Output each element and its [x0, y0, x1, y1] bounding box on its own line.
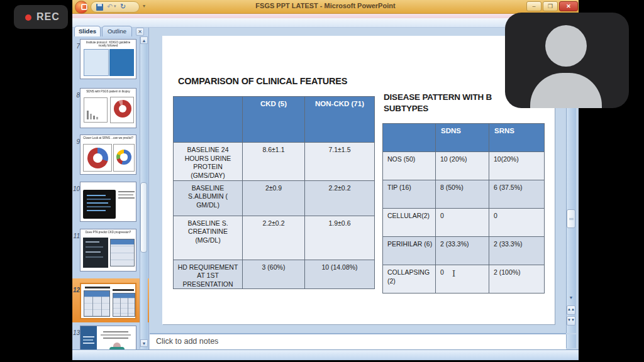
- data-cell: 2.2±0.2: [305, 180, 375, 216]
- column-header: [383, 124, 436, 152]
- mini-table-clinical: [84, 290, 110, 317]
- data-cell: 8.6±1.1: [243, 143, 305, 181]
- thumbnail-title: SDNS with FSGS pattern in biopsy: [83, 90, 133, 93]
- mini-donut-multi: [116, 150, 131, 165]
- mini-text-line: [103, 337, 128, 339]
- slide-thumbnail-12-current[interactable]: [80, 283, 136, 319]
- ribbon-collapsed: [72, 18, 579, 28]
- column-header: [174, 97, 243, 143]
- row-label: BASELINE S. CREATININE (MG/DL): [174, 216, 243, 260]
- data-cell: 0: [489, 209, 545, 237]
- redo-icon[interactable]: ↻: [120, 2, 126, 11]
- slide-thumbnail-7[interactable]: Institute protocol : KDIGO guideline mos…: [80, 39, 136, 79]
- panel-close-icon[interactable]: ✕: [136, 28, 144, 36]
- thumbnail-number: 12: [72, 287, 80, 293]
- title-bar[interactable]: FSGS PPT LATEST - Microsoft PowerPoint ↶…: [72, 0, 579, 14]
- mini-donut-frame: [113, 144, 135, 172]
- data-cell: 10(20%): [489, 152, 545, 180]
- mini-dark-table: [83, 238, 108, 268]
- recording-badge: REC: [14, 5, 68, 29]
- mini-blue-table: [110, 239, 135, 266]
- data-cell: 2 (33.3%): [436, 237, 489, 265]
- restore-button[interactable]: ❐: [543, 1, 558, 11]
- slide-thumbnail-8[interactable]: SDNS with FSGS pattern in biopsy: [80, 88, 136, 128]
- office-logo-icon: [81, 4, 87, 10]
- undo-dropdown-icon[interactable]: ▾: [114, 4, 116, 9]
- data-cell: 2.2±0.2: [243, 216, 305, 260]
- data-cell: 2 (100%): [489, 265, 545, 293]
- column-header: CKD (5): [243, 97, 305, 143]
- mini-blue-band: [80, 326, 97, 349]
- mini-table-pattern: [113, 293, 135, 317]
- mini-table-left: [84, 49, 109, 76]
- person-silhouette-head: [545, 25, 587, 67]
- scroll-down-icon[interactable]: ▼: [140, 339, 148, 347]
- notes-scrollbar[interactable]: [566, 334, 576, 348]
- record-dot-icon: [25, 14, 31, 21]
- tab-outline[interactable]: Outline: [102, 26, 132, 36]
- mini-title-line: [85, 287, 110, 288]
- row-label: TIP (16): [383, 180, 436, 209]
- mini-donut-frame: [110, 97, 134, 123]
- thumbnail-number: 8: [72, 92, 80, 99]
- thumbnail-number: 7: [72, 43, 80, 50]
- row-label: BASELINE S.ALBUMIN ( GM/DL): [174, 180, 243, 216]
- slide-thumbnail-11[interactable]: Does PTA predict CKD progression?: [80, 229, 136, 272]
- mini-title-line: [113, 289, 134, 291]
- data-cell: 10 (14.08%): [305, 260, 375, 289]
- mini-donut-red: [114, 100, 131, 118]
- mini-donut-red-blue: [87, 148, 108, 168]
- mini-text-line: [118, 194, 133, 195]
- thumbnail-number: 10: [72, 185, 80, 192]
- minimize-button[interactable]: –: [526, 1, 541, 11]
- mini-table-right: [109, 49, 134, 76]
- recording-label: REC: [36, 11, 60, 23]
- status-bar: Slide 12 of 16 "Office Theme" English (I…: [72, 349, 579, 360]
- slide-title-clinical[interactable]: COMPARISON OF CLINICAL FEATURES: [178, 76, 347, 86]
- data-cell: 7.1±1.5: [305, 143, 375, 181]
- row-label: PERIHILAR (6): [383, 237, 436, 265]
- table-row: BASELINE 24 HOURS URINE PROTEIN (GMS/DAY…: [174, 143, 375, 181]
- disease-pattern-table[interactable]: SDNSSRNSNOS (50)10 (20%)10(20%)TIP (16)8…: [382, 123, 545, 293]
- data-cell: 2 (33.3%): [489, 237, 545, 265]
- slides-panel: Slides Outline ✕ 7 Institute protocol : …: [72, 28, 149, 349]
- customize-toolbar-icon[interactable]: ▾: [143, 3, 145, 9]
- data-cell: 0: [436, 265, 489, 293]
- data-cell: 10 (20%): [436, 152, 489, 180]
- person-silhouette-body: [530, 73, 602, 108]
- next-slide-button[interactable]: ▼▼: [567, 316, 575, 326]
- row-label: BASELINE 24 HOURS URINE PROTEIN (GMS/DAY…: [174, 143, 243, 181]
- scroll-down-icon[interactable]: ▼: [567, 294, 575, 302]
- data-cell: 3 (60%): [243, 260, 305, 289]
- header-row: SDNSSRNS: [383, 124, 545, 152]
- mini-text-line: [118, 191, 135, 192]
- column-header: SRNS: [489, 124, 545, 152]
- clinical-features-table[interactable]: CKD (5)NON-CKD (71)BASELINE 24 HOURS URI…: [173, 96, 375, 289]
- editor-scrollbar-thumb[interactable]: [567, 209, 575, 228]
- slide-thumbnail-10[interactable]: [80, 182, 136, 222]
- row-label: HD REQUIREMENT AT 1ST PRESENTATION: [174, 260, 243, 289]
- mini-text-line: [118, 197, 135, 199]
- close-button[interactable]: ✕: [559, 1, 578, 11]
- table-row: NOS (50)10 (20%)10(20%): [383, 152, 545, 180]
- ribbon-strip: [72, 14, 579, 18]
- row-label: CELLULAR(2): [383, 209, 436, 237]
- scroll-up-icon[interactable]: ▲: [140, 36, 148, 44]
- text-cursor-icon: I: [452, 270, 458, 278]
- undo-icon[interactable]: ↶: [107, 2, 113, 11]
- slide-thumbnail-13[interactable]: [80, 326, 136, 349]
- thumbnail-number: 11: [72, 233, 80, 239]
- mini-text-line: [101, 334, 131, 336]
- slide-thumbnail-9[interactable]: Closer Look at SRNS ...can we predict?: [80, 134, 136, 175]
- notes-placeholder[interactable]: Click to add notes: [156, 337, 218, 346]
- office-button[interactable]: [75, 1, 88, 14]
- previous-slide-button[interactable]: ▲▲: [567, 305, 575, 315]
- tab-slides[interactable]: Slides: [74, 26, 101, 36]
- thumbnail-title: Closer Look at SRNS ...can we predict?: [83, 136, 133, 140]
- screen: FSGS PPT LATEST - Microsoft PowerPoint ↶…: [0, 0, 644, 362]
- data-cell: 6 (37.5%): [489, 180, 545, 209]
- column-header: NON-CKD (71): [305, 97, 375, 143]
- save-icon[interactable]: [96, 4, 103, 11]
- row-label: NOS (50): [383, 152, 436, 180]
- thumbnails-scrollbar-thumb[interactable]: [140, 182, 147, 253]
